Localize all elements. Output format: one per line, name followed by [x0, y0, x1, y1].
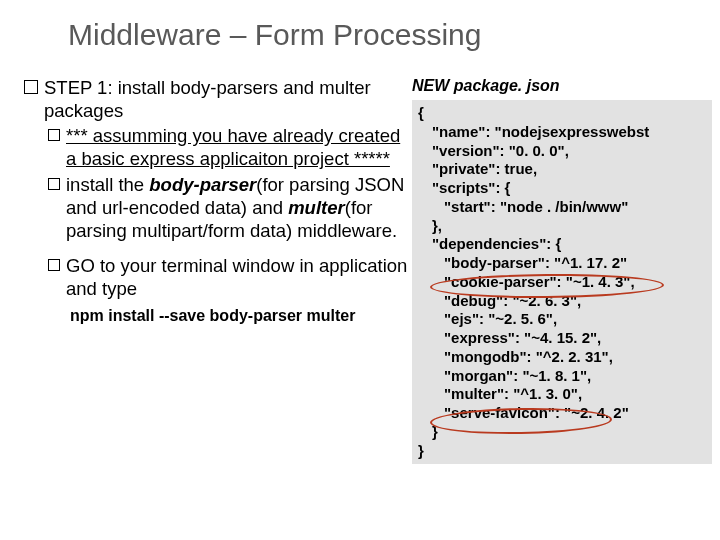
multer-term: multer: [288, 197, 345, 218]
json-line: "cookie-parser": "~1. 4. 3",: [418, 273, 712, 292]
json-line: "multer": "^1. 3. 0",: [418, 385, 712, 404]
json-line: "start": "node . /bin/www": [418, 198, 712, 217]
right-column: NEW package. json { "name": "nodejsexpre…: [412, 76, 712, 464]
json-line: "name": "nodejsexpresswebst: [418, 123, 712, 142]
json-line: "mongodb": "^2. 2. 31",: [418, 348, 712, 367]
sub-item-2: install the body-parser(for parsing JSON…: [48, 173, 412, 242]
json-line: {: [418, 104, 712, 123]
sub-item-3: GO to your terminal window in applicatio…: [48, 254, 412, 300]
sub-item-1: *** assumming you have already created a…: [48, 124, 412, 170]
json-line: "morgan": "~1. 8. 1",: [418, 367, 712, 386]
square-bullet-icon: [24, 80, 38, 94]
sub3-text: GO to your terminal window in applicatio…: [66, 254, 412, 300]
json-line: }: [418, 423, 712, 442]
npm-command: npm install --save body-parser multer: [24, 306, 412, 326]
sub1-text: *** assumming you have already created a…: [66, 124, 412, 170]
new-package-label: NEW package. json: [412, 76, 712, 100]
square-bullet-icon: [48, 259, 60, 271]
left-column: STEP 1: install body-parsers and multer …: [24, 76, 412, 464]
square-bullet-icon: [48, 129, 60, 141]
json-line: "serve-favicon": "~2. 4. 2": [418, 404, 712, 423]
body-parser-term: body-parser: [149, 174, 256, 195]
json-line: "scripts": {: [418, 179, 712, 198]
json-line: "body-parser": "^1. 17. 2": [418, 254, 712, 273]
step1-item: STEP 1: install body-parsers and multer …: [24, 76, 412, 122]
json-line: "ejs": "~2. 5. 6",: [418, 310, 712, 329]
square-bullet-icon: [48, 178, 60, 190]
sub2-text: install the body-parser(for parsing JSON…: [66, 173, 412, 242]
content-area: STEP 1: install body-parsers and multer …: [0, 52, 720, 464]
json-line: "express": "~4. 15. 2",: [418, 329, 712, 348]
json-line: "dependencies": {: [418, 235, 712, 254]
sub2-prefix: install the: [66, 174, 149, 195]
package-json-box: { "name": "nodejsexpresswebst "version":…: [412, 100, 712, 464]
sub-list: *** assumming you have already created a…: [24, 124, 412, 300]
slide-title: Middleware – Form Processing: [0, 0, 720, 52]
json-line: "debug": "~2. 6. 3",: [418, 292, 712, 311]
json-line: "private": true,: [418, 160, 712, 179]
json-line: },: [418, 217, 712, 236]
json-line: }: [418, 442, 712, 461]
json-line: "version": "0. 0. 0",: [418, 142, 712, 161]
step1-text: STEP 1: install body-parsers and multer …: [44, 76, 412, 122]
